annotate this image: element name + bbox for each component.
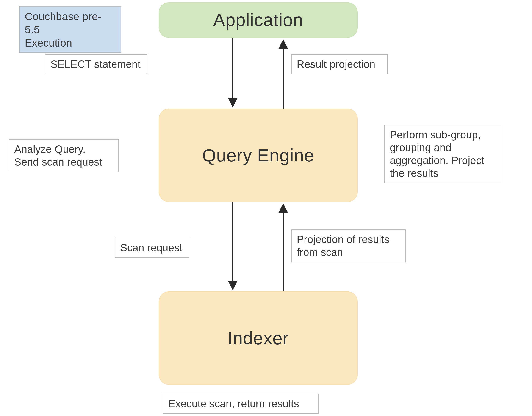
label-analyze-query-text: Analyze Query. Send scan request	[14, 143, 102, 168]
version-box: Couchbase pre-5.5 Execution	[19, 6, 121, 53]
node-query-engine: Query Engine	[159, 109, 358, 202]
label-perform-subgroup: Perform sub-group, grouping and aggregat…	[384, 125, 501, 183]
label-result-projection: Result projection	[291, 54, 387, 74]
label-projection-scan: Projection of results from scan	[291, 229, 406, 262]
label-execute-scan-text: Execute scan, return results	[168, 398, 299, 410]
node-query-engine-label: Query Engine	[202, 145, 314, 166]
label-scan-request-text: Scan request	[120, 242, 182, 254]
node-application-label: Application	[213, 10, 303, 30]
label-execute-scan: Execute scan, return results	[163, 394, 319, 414]
label-result-projection-text: Result projection	[297, 58, 375, 70]
version-text: Couchbase pre-5.5 Execution	[25, 10, 101, 49]
label-perform-subgroup-text: Perform sub-group, grouping and aggregat…	[390, 129, 484, 179]
diagram-stage: Couchbase pre-5.5 Execution Application …	[0, 0, 532, 416]
label-select-statement: SELECT statement	[45, 54, 147, 74]
node-application: Application	[159, 2, 358, 38]
label-scan-request: Scan request	[115, 237, 189, 258]
label-select-statement-text: SELECT statement	[50, 58, 141, 70]
node-indexer: Indexer	[159, 291, 358, 385]
label-analyze-query: Analyze Query. Send scan request	[9, 139, 119, 172]
node-indexer-label: Indexer	[227, 328, 289, 349]
label-projection-scan-text: Projection of results from scan	[297, 233, 389, 258]
